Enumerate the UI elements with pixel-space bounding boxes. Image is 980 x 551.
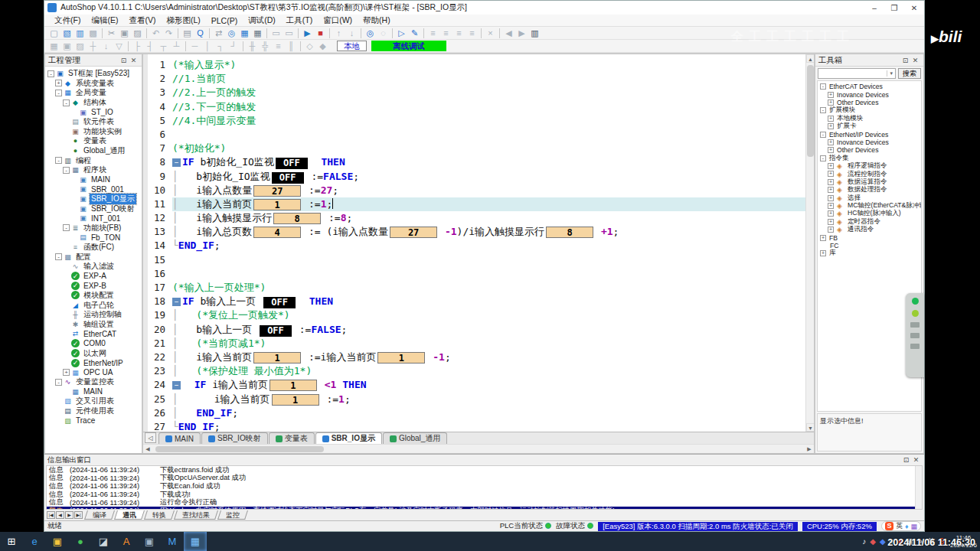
collapse-icon[interactable]: - (63, 99, 70, 106)
toolbar-icon[interactable]: Q (194, 28, 207, 39)
toolbar-icon[interactable]: ≡ (452, 28, 466, 39)
monitor-value-box[interactable]: 8 (546, 227, 593, 238)
project-tree-item[interactable]: ✓EXP-A (45, 271, 142, 281)
chevron-down-icon[interactable]: ▾ (887, 70, 895, 77)
tab-scroll-left-icon[interactable]: ◁ (145, 432, 156, 443)
project-tree-item[interactable]: -∿变量监控表 (45, 377, 142, 387)
project-tree-item[interactable]: -▦程序块 (45, 165, 142, 175)
widget-button[interactable] (910, 344, 920, 349)
toolbox-tree-item[interactable]: +本地模块 (818, 115, 921, 122)
code-line[interactable]: 22│ i输入当前页1 :=i输入当前页1 -1; (148, 350, 805, 364)
collapse-icon[interactable]: - (820, 132, 826, 138)
project-tree-item[interactable]: +▦OPC UA (45, 367, 142, 377)
output-nav-icon[interactable]: |◀ (47, 511, 55, 519)
toolbar-icon[interactable]: ▭ (270, 28, 283, 39)
project-tree-item[interactable]: ╫运动控制轴 (45, 310, 142, 320)
project-tree-item[interactable]: ✓EtherNet/IP (45, 358, 142, 368)
project-tree-item[interactable]: ⇄EtherCAT (45, 329, 142, 339)
menu-item-plcp[interactable]: PLC(P) (206, 16, 243, 25)
project-tree-item[interactable]: ▣SBR_IO显示 (45, 194, 142, 204)
toolbar-icon[interactable]: ╬ (259, 41, 272, 52)
project-tree-item[interactable]: -≣功能块(FB) (45, 223, 142, 233)
monitor-off-box[interactable]: OFF (263, 297, 296, 308)
expand-icon[interactable]: + (828, 99, 834, 106)
code-line[interactable]: 5//4.中间显示变量 (148, 114, 805, 128)
toolbar-icon[interactable]: ▶ (301, 28, 314, 39)
toolbar-icon[interactable]: ⇄ (212, 28, 225, 39)
toolbox-tree-item[interactable]: -扩展模块 (818, 106, 921, 114)
code-line[interactable]: 11│ i输入当前页1 :=1; (148, 197, 805, 211)
collapse-icon[interactable]: - (820, 83, 826, 90)
toolbar-icon[interactable]: ▦ (47, 41, 60, 52)
toolbar-icon[interactable]: ▩ (87, 28, 100, 39)
project-tree-item[interactable]: ✓以太网 (45, 348, 142, 358)
output-nav-icon[interactable]: ▶| (74, 511, 83, 519)
output-tab-编译[interactable]: 编译 (84, 510, 115, 520)
scroll-right-icon[interactable]: ▶ (805, 446, 814, 452)
minimize-button[interactable]: – (864, 4, 884, 12)
toolbox-tree-item[interactable]: +Inovance Devices (818, 139, 921, 146)
toolbar-icon[interactable]: ▭ (283, 28, 296, 39)
toolbar-icon[interactable]: ┴ (170, 41, 183, 52)
fold-marker[interactable]: − (172, 298, 181, 306)
maximize-button[interactable]: ❐ (884, 4, 904, 12)
collapse-icon[interactable]: - (820, 155, 826, 161)
menu-item-f[interactable]: 文件(F) (49, 15, 86, 26)
toolbar-icon[interactable]: ≡ (272, 41, 285, 52)
toolbar-icon[interactable]: ┘ (227, 41, 240, 52)
expand-icon[interactable]: + (828, 171, 834, 177)
project-tree-item[interactable]: ●Global_通用 (45, 146, 142, 156)
collapse-icon[interactable]: - (47, 70, 54, 77)
code-line[interactable]: 9│ b初始化_IO监视OFF :=FALSE; (148, 170, 805, 184)
output-tab-查找结果[interactable]: 查找结果 (174, 510, 218, 520)
toolbar-icon[interactable]: ✎ (408, 28, 421, 39)
toolbar-icon[interactable]: ▧ (60, 28, 74, 39)
code-line[interactable]: 7(*初始化*) (148, 142, 805, 155)
toolbox-tree-item[interactable]: +Inovance Devices (818, 90, 921, 98)
close-button[interactable]: ✕ (904, 4, 924, 12)
mic-icon[interactable]: ♦ (905, 523, 909, 530)
collapse-icon[interactable]: - (63, 224, 70, 231)
project-tree-item[interactable]: +◆系统变量表 (45, 79, 142, 89)
expand-icon[interactable]: + (828, 187, 834, 193)
project-tree-item[interactable]: ∿输入滤波 (45, 262, 142, 272)
collapse-icon[interactable]: - (55, 90, 62, 96)
project-tree-item[interactable]: ●变量表 (45, 136, 142, 146)
project-tree-item[interactable]: ▣功能块实例 (45, 127, 142, 137)
toolbar-icon[interactable]: × (484, 28, 497, 39)
project-tree-item[interactable]: ▣MAIN (45, 175, 142, 185)
code-line[interactable]: 3//2.上一页的触发 (148, 86, 805, 99)
toolbar-icon[interactable]: ▥ (528, 28, 541, 39)
code-line[interactable]: 15 (148, 253, 805, 267)
expand-icon[interactable]: + (55, 80, 62, 86)
output-tab-转换[interactable]: 转换 (144, 510, 175, 520)
code-line[interactable]: 24− IF i输入当前页1 <1 THEN (148, 378, 805, 392)
monitor-value-box[interactable]: 1 (270, 380, 317, 391)
taskbar-app-icon[interactable]: ● (69, 532, 92, 551)
toolbar-icon[interactable]: ▦ (251, 28, 264, 39)
toolbar-icon[interactable]: ◌ (377, 28, 390, 39)
project-tree-item[interactable]: ▧交叉引用表 (45, 396, 142, 406)
toolbar-icon[interactable]: ├ (131, 41, 144, 52)
project-tree-item[interactable]: ▣SBR_IO映射 (45, 204, 142, 214)
toolbox-tree-item[interactable]: +库 (818, 249, 921, 257)
sogou-icon[interactable]: S (885, 522, 893, 530)
tray-icon[interactable]: ◆ (880, 537, 886, 546)
close-icon[interactable]: ✕ (129, 57, 139, 64)
fold-marker[interactable]: − (172, 158, 181, 167)
toolbar-icon[interactable]: ▷ (395, 28, 408, 39)
project-tree-item[interactable]: ▦MAIN (45, 387, 142, 397)
project-tree-item[interactable]: -▣ST框架 [Easy523] (45, 69, 142, 79)
toolbar-icon[interactable]: ┼ (87, 41, 100, 52)
monitor-value-box[interactable]: 8 (273, 213, 321, 224)
toolbar-icon[interactable]: ◇ (303, 41, 316, 52)
code-line[interactable]: 23│ (*保护处理 最小值为1*) (148, 364, 805, 378)
expand-icon[interactable]: + (828, 203, 834, 209)
toolbox-tree-item[interactable]: +扩展卡 (818, 122, 921, 130)
code-line[interactable]: 10│ i输入点数量27 :=27; (148, 184, 805, 197)
monitor-off-box[interactable]: OFF (272, 172, 304, 184)
expand-icon[interactable]: + (828, 139, 834, 145)
tray-icon[interactable]: ♪ (862, 537, 866, 546)
fold-marker[interactable]: − (172, 381, 181, 390)
toolbar-icon[interactable]: ▽ (113, 41, 126, 52)
